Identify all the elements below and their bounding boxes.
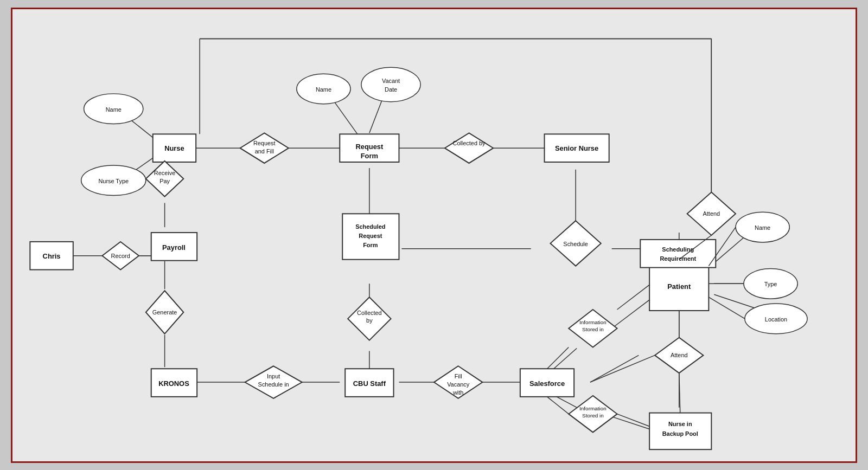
payroll-label: Payroll (162, 243, 186, 251)
sched-req-form-label2: Request (359, 232, 382, 239)
info-stored1-label2: Stored in (582, 326, 604, 332)
fill-vacancy-label1: Fill (455, 373, 462, 379)
chris-label: Chris (43, 252, 61, 260)
cbu-staff-label: CBU Staff (353, 379, 386, 388)
patient-location-label: Location (765, 316, 787, 322)
sched-req-label2: Requirement (660, 255, 696, 261)
request-fill-label2: and Fill (255, 148, 274, 154)
record-label: Record (111, 252, 130, 259)
patient-label: Patient (667, 282, 691, 291)
nurse-name-label: Name (106, 106, 122, 112)
info-stored2-label2: Stored in (582, 412, 604, 418)
schedule-label: Schedule (563, 240, 588, 247)
req-name-label: Name (316, 86, 331, 92)
attend-top-label: Attend (703, 210, 720, 217)
diagram-container: Nurse Payroll KRONOS CBU Staff Salesforc… (11, 8, 857, 463)
kronos-label: KRONOS (158, 379, 189, 388)
sched-req-form-label1: Scheduled (355, 223, 385, 230)
receive-pay-label1: Receive (154, 169, 175, 176)
request-form-label2: Form (361, 152, 378, 160)
info-stored2-label1: Information (579, 405, 607, 411)
fill-vacancy-label3: with (452, 389, 463, 395)
nurse-backup-pool-label1: Nurse in (668, 421, 692, 427)
info-stored1-label1: Information (579, 319, 607, 325)
senior-nurse-label: Senior Nurse (555, 144, 598, 152)
vacant-date-label1: Vacant (382, 78, 400, 84)
request-form-label: Request (355, 143, 384, 151)
input-schedule-label2: Schedule in (258, 381, 289, 387)
nurse-label: Nurse (164, 144, 184, 152)
nurse-backup-pool-label2: Backup Pool (662, 430, 698, 437)
sched-req-form-label3: Form (363, 241, 378, 248)
collected-by2-label1: Collected (357, 309, 381, 316)
svg-rect-0 (14, 9, 854, 461)
input-schedule-label1: Input (267, 373, 280, 379)
sched-req-entity (640, 239, 716, 267)
salesforce-label: Salesforce (529, 379, 565, 388)
collected-by2-label2: by (366, 317, 373, 323)
patient-type-label: Type (764, 281, 777, 287)
fill-vacancy-label2: Vacancy (447, 381, 470, 387)
vacant-date-label2: Date (385, 86, 397, 92)
vacant-date-attr (361, 67, 420, 102)
attend-bottom-label: Attend (671, 352, 688, 358)
generate-label: Generate (152, 308, 177, 315)
request-fill-label1: Request (253, 140, 276, 146)
collected-by-label1: Collected by (453, 140, 486, 146)
receive-pay-label2: Pay (159, 177, 170, 184)
patient-name-label: Name (755, 224, 770, 231)
nurse-type-label: Nurse Type (98, 177, 129, 184)
